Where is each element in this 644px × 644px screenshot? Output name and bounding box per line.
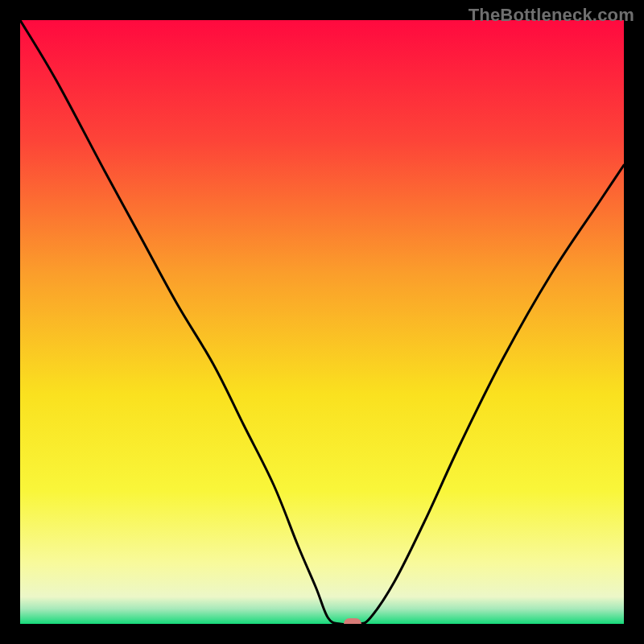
gradient-backdrop	[20, 20, 624, 624]
plot-area	[20, 20, 624, 624]
chart-svg	[20, 20, 624, 624]
watermark-text: TheBottleneck.com	[469, 5, 634, 26]
chart-frame: TheBottleneck.com	[0, 0, 644, 644]
optimum-marker	[344, 618, 361, 624]
